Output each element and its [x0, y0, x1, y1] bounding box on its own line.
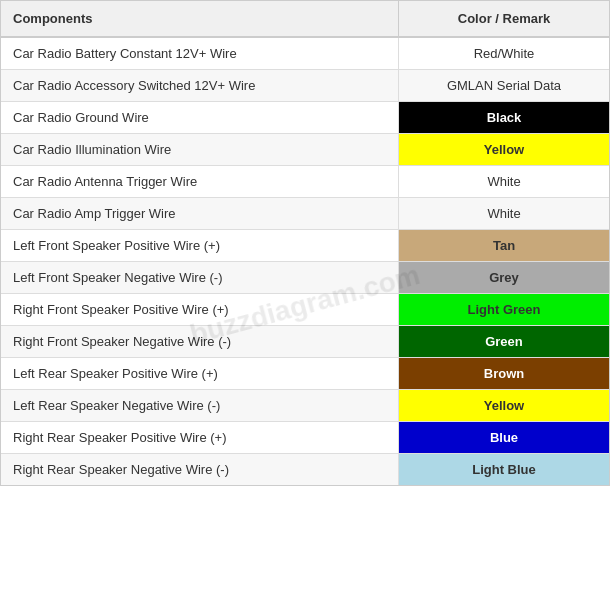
component-cell: Car Radio Battery Constant 12V+ Wire: [1, 38, 399, 69]
color-cell: Tan: [399, 230, 609, 261]
component-cell: Car Radio Illumination Wire: [1, 134, 399, 165]
table-row: Right Rear Speaker Negative Wire (-)Ligh…: [1, 454, 609, 485]
table-row: Right Front Speaker Positive Wire (+)Lig…: [1, 294, 609, 326]
component-cell: Left Rear Speaker Negative Wire (-): [1, 390, 399, 421]
component-cell: Left Rear Speaker Positive Wire (+): [1, 358, 399, 389]
component-cell: Right Front Speaker Positive Wire (+): [1, 294, 399, 325]
component-cell: Left Front Speaker Positive Wire (+): [1, 230, 399, 261]
header-component: Components: [1, 1, 399, 36]
table-body: Car Radio Battery Constant 12V+ WireRed/…: [1, 38, 609, 485]
color-cell: Yellow: [399, 134, 609, 165]
component-cell: Car Radio Accessory Switched 12V+ Wire: [1, 70, 399, 101]
table-row: Left Rear Speaker Negative Wire (-)Yello…: [1, 390, 609, 422]
component-cell: Left Front Speaker Negative Wire (-): [1, 262, 399, 293]
header-color: Color / Remark: [399, 1, 609, 36]
table-row: Car Radio Illumination WireYellow: [1, 134, 609, 166]
color-cell: White: [399, 166, 609, 197]
table-row: Left Front Speaker Negative Wire (-)Grey: [1, 262, 609, 294]
table-row: Car Radio Amp Trigger WireWhite: [1, 198, 609, 230]
table-row: Car Radio Ground WireBlack: [1, 102, 609, 134]
table-row: Left Front Speaker Positive Wire (+)Tan: [1, 230, 609, 262]
color-cell: Light Green: [399, 294, 609, 325]
color-cell: Light Blue: [399, 454, 609, 485]
component-cell: Right Front Speaker Negative Wire (-): [1, 326, 399, 357]
color-cell: GMLAN Serial Data: [399, 70, 609, 101]
color-cell: White: [399, 198, 609, 229]
color-cell: Green: [399, 326, 609, 357]
table-row: Right Front Speaker Negative Wire (-)Gre…: [1, 326, 609, 358]
table-row: Left Rear Speaker Positive Wire (+)Brown: [1, 358, 609, 390]
table-row: Car Radio Accessory Switched 12V+ WireGM…: [1, 70, 609, 102]
table-row: Car Radio Battery Constant 12V+ WireRed/…: [1, 38, 609, 70]
color-cell: Yellow: [399, 390, 609, 421]
component-cell: Car Radio Ground Wire: [1, 102, 399, 133]
color-cell: Brown: [399, 358, 609, 389]
component-cell: Right Rear Speaker Negative Wire (-): [1, 454, 399, 485]
component-cell: Car Radio Antenna Trigger Wire: [1, 166, 399, 197]
table-row: Right Rear Speaker Positive Wire (+)Blue: [1, 422, 609, 454]
color-cell: Blue: [399, 422, 609, 453]
table-header: Components Color / Remark: [1, 1, 609, 38]
table-row: Car Radio Antenna Trigger WireWhite: [1, 166, 609, 198]
component-cell: Car Radio Amp Trigger Wire: [1, 198, 399, 229]
color-cell: Red/White: [399, 38, 609, 69]
component-cell: Right Rear Speaker Positive Wire (+): [1, 422, 399, 453]
color-cell: Grey: [399, 262, 609, 293]
color-cell: Black: [399, 102, 609, 133]
wiring-table: Components Color / Remark Car Radio Batt…: [0, 0, 610, 486]
